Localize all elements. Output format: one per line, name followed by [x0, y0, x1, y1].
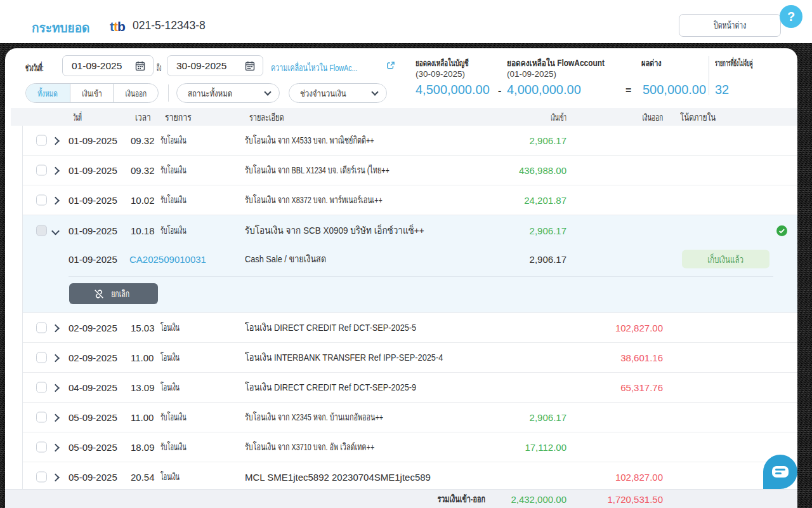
close-window-button[interactable]: ปิดหน้าต่าง — [679, 14, 781, 37]
expand-chevron-icon[interactable] — [51, 137, 60, 145]
collapse-chevron-icon[interactable] — [51, 227, 60, 236]
table-row[interactable]: 02-09-2025 15.03 โอนเงิน โอนเงิน DIRECT … — [23, 313, 797, 343]
row-checkbox[interactable] — [36, 135, 47, 146]
totals-label: รวมเงินเข้า-ออก — [419, 491, 485, 507]
unlink-icon — [93, 288, 105, 300]
table-row[interactable]: 01-09-2025 09.32 รับโอนเงิน รับโอนเงิน จ… — [23, 126, 797, 156]
date-range-label: ช่วงวันที่: — [25, 60, 62, 75]
expand-chevron-icon[interactable] — [51, 384, 60, 392]
table-row[interactable]: 05-09-2025 20.54 โอนเงิน MCL SME1jtec589… — [23, 462, 797, 492]
to-label: ถึง — [157, 60, 167, 75]
table-row[interactable]: 04-09-2025 13.09 โอนเงิน โอนเงิน DIRECT … — [23, 373, 797, 403]
table-header: วันที่ เวลา รายการ รายละเอียด เงินเข้า เ… — [11, 108, 797, 126]
calendar-icon — [245, 61, 255, 71]
table-body: 01-09-2025 09.32 รับโอนเงิน รับโอนเงิน จ… — [22, 126, 797, 492]
expand-chevron-icon[interactable] — [51, 167, 60, 175]
unmatched-count: 32 — [715, 83, 729, 97]
external-link-icon — [386, 61, 395, 72]
page-title: กระทบยอด — [32, 18, 93, 38]
col-detail: รายละเอียด — [249, 110, 296, 124]
ttb-bank-logo: ttb — [110, 19, 125, 34]
expand-chevron-icon[interactable] — [51, 324, 60, 333]
col-time: เวลา — [135, 110, 154, 124]
calendar-icon — [135, 61, 145, 71]
matched-document-row: 01-09-2025 CA202509010031 Cash Sale / ขา… — [23, 246, 797, 272]
unmatched-label: รายการที่ยังไม่จับคู่ — [715, 56, 787, 70]
difference-value: 500,000.00 — [643, 83, 706, 97]
document-number-link[interactable]: CA202509010031 — [129, 254, 206, 265]
row-checkbox[interactable] — [36, 225, 47, 236]
expand-chevron-icon[interactable] — [51, 414, 60, 422]
bank-balance-value: 4,500,000.00 — [416, 83, 490, 97]
row-checkbox[interactable] — [36, 165, 47, 176]
tab-all[interactable]: ทั้งหมด — [26, 84, 70, 102]
help-icon[interactable]: ? — [780, 5, 802, 28]
equals-sign: = — [625, 85, 631, 97]
status-dropdown[interactable]: สถานะทั้งหมด — [176, 83, 280, 103]
flowaccount-balance-date: (01-09-2025) — [507, 69, 556, 79]
table-row-expanded[interactable]: 01-09-2025 10.18 รับโอนเงิน รับโอนเงิน จ… — [23, 215, 797, 246]
chevron-down-icon — [264, 88, 271, 95]
table-row[interactable]: 02-09-2025 11.00 โอนเงิน โอนเงิน INTERBA… — [23, 343, 797, 373]
row-checkbox[interactable] — [36, 382, 47, 393]
minus-sign: - — [498, 85, 501, 97]
totals-bar: รวมเงินเข้า-ออก 2,432,000.00 1,720,531.5… — [5, 489, 797, 508]
bank-balance-label: ยอดคงเหลือในบัญชี — [416, 56, 492, 70]
expanded-divider — [69, 276, 773, 277]
date-from-input[interactable]: 01-09-2025 — [62, 55, 154, 76]
row-checkbox[interactable] — [36, 195, 47, 206]
expand-chevron-icon[interactable] — [51, 474, 60, 482]
total-money-in: 2,432,000.00 — [511, 493, 566, 504]
total-money-out: 1,720,531.50 — [607, 493, 663, 504]
tab-money-in[interactable]: เงินเข้า — [70, 84, 113, 102]
table-row[interactable]: 01-09-2025 09.32 รับโอนเงิน รับโอนเงิน จ… — [23, 156, 797, 185]
amount-range-dropdown[interactable]: ช่วงจำนวนเงิน — [289, 83, 387, 103]
col-money-in: เงินเข้า — [538, 110, 566, 124]
row-checkbox[interactable] — [36, 352, 47, 363]
row-checkbox[interactable] — [36, 412, 47, 423]
expand-chevron-icon[interactable] — [51, 354, 60, 363]
account-number: 021-5-12343-8 — [133, 19, 206, 32]
bank-balance-date: (30-09-2025) — [416, 69, 465, 79]
col-type: รายการ — [165, 110, 196, 124]
reconcile-panel: ช่วงวันที่: 01-09-2025 ถึง 30-09-2025 คว… — [5, 48, 797, 508]
table-row[interactable]: 05-09-2025 11.00 รับโอนเงิน รับโอนเงิน จ… — [23, 403, 797, 432]
flowaccount-balance-value: 4,000,000.00 — [507, 83, 581, 97]
direction-filter-tabs: ทั้งหมด เงินเข้า เงินออก — [25, 83, 159, 103]
flowaccount-balance-label: ยอดคงเหลือใน FlowAccount — [507, 56, 622, 70]
chat-bubble-icon — [772, 466, 789, 478]
expanded-row-group: 01-09-2025 10.18 รับโอนเงิน รับโอนเงิน จ… — [23, 215, 797, 313]
expand-chevron-icon[interactable] — [51, 444, 60, 452]
col-money-out: เงินออก — [632, 110, 663, 124]
chat-button[interactable] — [763, 455, 797, 489]
matched-check-icon — [776, 225, 787, 239]
col-note: โน้ตภายใน — [680, 110, 724, 124]
summary-divider — [709, 56, 709, 95]
expand-chevron-icon[interactable] — [51, 197, 60, 205]
tab-money-out[interactable]: เงินออก — [113, 84, 158, 102]
row-checkbox[interactable] — [36, 472, 47, 483]
cancel-match-button[interactable]: ยกเลิก — [69, 283, 158, 304]
row-checkbox[interactable] — [36, 442, 47, 453]
table-row[interactable]: 05-09-2025 18.09 รับโอนเงิน รับโอนเงิน จ… — [23, 432, 797, 462]
row-checkbox[interactable] — [36, 323, 47, 333]
difference-label: ผลต่าง — [641, 56, 667, 70]
col-date: วันที่ — [73, 110, 91, 124]
date-to-input[interactable]: 30-09-2025 — [167, 55, 263, 76]
filter-divider — [168, 84, 169, 102]
top-bar: กระทบยอด ttb 021-5-12343-8 ปิดหน้าต่าง ? — [0, 0, 812, 43]
collected-status-badge: เก็บเงินแล้ว — [682, 250, 769, 269]
chevron-down-icon — [371, 88, 378, 95]
table-row[interactable]: 01-09-2025 10.02 รับโอนเงิน รับโอนเงิน จ… — [23, 185, 797, 215]
flowaccount-movement-link[interactable]: ความเคลื่อนไหวใน FlowAc... — [271, 60, 402, 76]
